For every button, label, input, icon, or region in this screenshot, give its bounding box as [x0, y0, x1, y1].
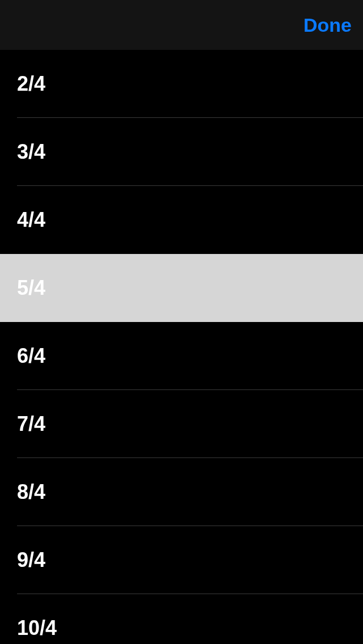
- header-bar: Done: [0, 0, 363, 50]
- time-signature-list: 2/4 3/4 4/4 5/4 6/4 7/4 8/4 9/4 10/4: [0, 50, 363, 644]
- list-item[interactable]: 4/4: [0, 186, 363, 254]
- list-item[interactable]: 9/4: [0, 526, 363, 594]
- list-item-label: 9/4: [17, 548, 45, 572]
- list-item-label: 4/4: [17, 208, 45, 232]
- list-item-label: 2/4: [17, 72, 45, 96]
- list-item[interactable]: 10/4: [0, 594, 363, 644]
- list-item[interactable]: 7/4: [0, 390, 363, 458]
- done-button[interactable]: Done: [303, 14, 352, 36]
- list-item-label: 7/4: [17, 412, 45, 436]
- list-item[interactable]: 8/4: [0, 458, 363, 526]
- list-item[interactable]: 6/4: [0, 322, 363, 390]
- list-item-label: 10/4: [17, 616, 57, 640]
- list-item-label: 3/4: [17, 140, 45, 164]
- list-item-selected[interactable]: 5/4: [0, 254, 363, 322]
- list-item-label: 5/4: [17, 276, 45, 300]
- list-item[interactable]: 2/4: [0, 50, 363, 118]
- list-item-label: 6/4: [17, 344, 45, 368]
- list-item[interactable]: 3/4: [0, 118, 363, 186]
- list-item-label: 8/4: [17, 480, 45, 504]
